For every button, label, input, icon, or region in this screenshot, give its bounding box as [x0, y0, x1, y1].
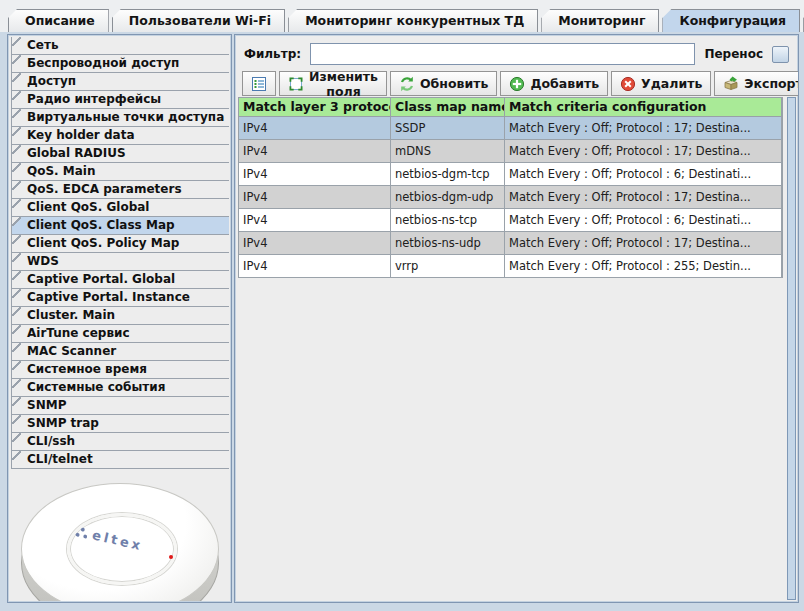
cell-criteria: Match Every : Off; Protocol : 17; Destin…: [505, 186, 782, 209]
sidebar-item-network[interactable]: Сеть: [11, 37, 229, 55]
sidebar-item-captive-portal-global[interactable]: Captive Portal. Global: [11, 271, 229, 289]
table-row[interactable]: IPv4netbios-dgm-tcpMatch Every : Off; Pr…: [239, 163, 782, 186]
cell-protocol: IPv4: [239, 140, 391, 163]
tab-bar: ОписаниеПользователи Wi-FiМониторинг кон…: [8, 8, 800, 32]
cell-criteria: Match Every : Off; Protocol : 17; Destin…: [505, 140, 782, 163]
toolbar: Изменить поляОбновитьДобавитьУдалитьЭксп…: [242, 71, 799, 97]
tab-rogue-ap-monitoring[interactable]: Мониторинг конкурентных ТД: [288, 9, 538, 32]
class-map-table: Match layer 3 protocolClass map nameMatc…: [238, 97, 783, 278]
export-button[interactable]: Экспорт: [714, 71, 799, 96]
cell-protocol: IPv4: [239, 209, 391, 232]
sidebar-item-radio-interfaces[interactable]: Радио интерфейсы: [11, 91, 229, 109]
tab-wifi-users[interactable]: Пользователи Wi-Fi: [112, 9, 285, 32]
sidebar-item-cluster-main[interactable]: Cluster. Main: [11, 307, 229, 325]
sidebar-item-cli-ssh[interactable]: CLI/ssh: [11, 433, 229, 451]
cell-protocol: IPv4: [239, 255, 391, 278]
sidebar-item-airtune-service[interactable]: AirTune сервис: [11, 325, 229, 343]
sidebar-item-qos-edca-parameters[interactable]: QoS. EDCA parameters: [11, 181, 229, 199]
cell-class_map: vrrp: [391, 255, 505, 278]
refresh-button[interactable]: Обновить: [390, 71, 497, 96]
cell-protocol: IPv4: [239, 232, 391, 255]
sidebar-item-mac-scanner[interactable]: MAC Scanner: [11, 343, 229, 361]
cell-class_map: netbios-dgm-udp: [391, 186, 505, 209]
wrap-checkbox[interactable]: [772, 46, 789, 63]
sidebar-item-global-radius[interactable]: Global RADIUS: [11, 145, 229, 163]
cell-protocol: IPv4: [239, 163, 391, 186]
column-header-0[interactable]: Match layer 3 protocol: [239, 98, 391, 117]
sidebar: СетьБеспроводной доступДоступРадио интер…: [7, 34, 232, 603]
cell-criteria: Match Every : Off; Protocol : 6; Destina…: [505, 163, 782, 186]
cell-class_map: netbios-dgm-tcp: [391, 163, 505, 186]
table-row[interactable]: IPv4SSDPMatch Every : Off; Protocol : 17…: [239, 117, 782, 140]
sidebar-item-wireless-access[interactable]: Беспроводной доступ: [11, 55, 229, 73]
sidebar-item-captive-portal-instance[interactable]: Captive Portal. Instance: [11, 289, 229, 307]
sidebar-item-access[interactable]: Доступ: [11, 73, 229, 91]
config-panel: Фильтр: Перенос Изменить поляОбновитьДоб…: [234, 34, 799, 603]
cell-class_map: netbios-ns-tcp: [391, 209, 505, 232]
filter-row: Фильтр: Перенос: [244, 42, 789, 66]
sidebar-item-virtual-access-points[interactable]: Виртуальные точки доступа: [11, 109, 229, 127]
export-icon: [723, 76, 739, 92]
refresh-icon: [399, 76, 415, 92]
sidebar-tabs: СетьБеспроводной доступДоступРадио интер…: [11, 37, 229, 469]
vertical-scrollbar[interactable]: [787, 97, 796, 600]
sidebar-item-client-qos-class-map[interactable]: Client QoS. Class Map: [11, 217, 229, 235]
button-label: Экспорт: [744, 76, 799, 91]
cell-protocol: IPv4: [239, 117, 391, 140]
wrap-label: Перенос: [704, 47, 763, 61]
sidebar-item-snmp-trap[interactable]: SNMP trap: [11, 415, 229, 433]
button-label: Обновить: [420, 76, 488, 91]
columns-button[interactable]: [242, 71, 276, 96]
button-label: Удалить: [641, 76, 702, 91]
add-button[interactable]: Добавить: [500, 71, 608, 96]
sidebar-item-key-holder-data[interactable]: Key holder data: [11, 127, 229, 145]
table-row[interactable]: IPv4netbios-dgm-udpMatch Every : Off; Pr…: [239, 186, 782, 209]
cell-criteria: Match Every : Off; Protocol : 6; Destina…: [505, 209, 782, 232]
eltex-dots-icon: [75, 525, 90, 540]
select-fields-icon: [288, 76, 304, 92]
cell-criteria: Match Every : Off; Protocol : 17; Destin…: [505, 232, 782, 255]
cell-protocol: IPv4: [239, 186, 391, 209]
table-body: IPv4SSDPMatch Every : Off; Protocol : 17…: [239, 117, 782, 278]
columns-icon: [251, 76, 267, 92]
sidebar-item-qos-main[interactable]: QoS. Main: [11, 163, 229, 181]
tab-configuration[interactable]: Конфигурация: [662, 9, 800, 32]
sidebar-item-system-events[interactable]: Системные события: [11, 379, 229, 397]
sidebar-item-client-qos-policy-map[interactable]: Client QoS. Policy Map: [11, 235, 229, 253]
cell-criteria: Match Every : Off; Protocol : 255; Desti…: [505, 255, 782, 278]
sidebar-item-client-qos-global[interactable]: Client QoS. Global: [11, 199, 229, 217]
column-header-1[interactable]: Class map name: [391, 98, 505, 117]
tab-monitoring[interactable]: Мониторинг: [541, 9, 659, 32]
table-row[interactable]: IPv4netbios-ns-tcpMatch Every : Off; Pro…: [239, 209, 782, 232]
device-image: eltex: [9, 469, 230, 601]
edit-fields-button[interactable]: Изменить поля: [279, 71, 387, 96]
add-icon: [509, 76, 525, 92]
tab-description[interactable]: Описание: [8, 9, 109, 32]
column-header-2[interactable]: Match criteria configuration: [505, 98, 782, 117]
sidebar-item-snmp[interactable]: SNMP: [11, 397, 229, 415]
delete-button[interactable]: Удалить: [611, 71, 711, 96]
sidebar-item-cli-telnet[interactable]: CLI/telnet: [11, 451, 229, 469]
table-header-row: Match layer 3 protocolClass map nameMatc…: [239, 98, 782, 117]
cell-criteria: Match Every : Off; Protocol : 17; Destin…: [505, 117, 782, 140]
table-row[interactable]: IPv4mDNSMatch Every : Off; Protocol : 17…: [239, 140, 782, 163]
button-label: Добавить: [530, 76, 599, 91]
filter-input[interactable]: [310, 43, 695, 65]
table-row[interactable]: IPv4netbios-ns-udpMatch Every : Off; Pro…: [239, 232, 782, 255]
table-row[interactable]: IPv4vrrpMatch Every : Off; Protocol : 25…: [239, 255, 782, 278]
cell-class_map: mDNS: [391, 140, 505, 163]
device-led-indicator: [169, 555, 173, 559]
cell-class_map: SSDP: [391, 117, 505, 140]
cell-class_map: netbios-ns-udp: [391, 232, 505, 255]
sidebar-item-wds[interactable]: WDS: [11, 253, 229, 271]
button-label: Изменить поля: [309, 69, 378, 99]
filter-label: Фильтр:: [244, 47, 301, 61]
delete-icon: [620, 76, 636, 92]
sidebar-item-system-time[interactable]: Системное время: [11, 361, 229, 379]
